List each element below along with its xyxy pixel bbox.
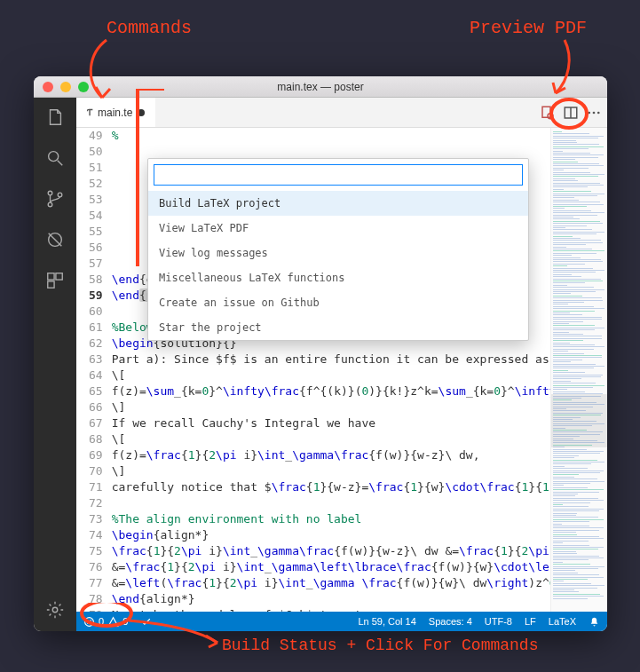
svg-point-16 bbox=[597, 111, 600, 114]
more-icon[interactable] bbox=[586, 105, 602, 121]
palette-item[interactable]: Create an issue on Github bbox=[148, 290, 528, 315]
tab-bar: Ƭ main.te bbox=[76, 98, 607, 128]
split-editor-icon[interactable] bbox=[563, 105, 579, 121]
gear-icon[interactable] bbox=[44, 599, 66, 621]
svg-rect-11 bbox=[542, 107, 550, 117]
svg-rect-7 bbox=[48, 273, 54, 280]
annotation-commands: Commands bbox=[107, 18, 192, 38]
titlebar[interactable]: main.tex — poster bbox=[34, 76, 607, 98]
window-title: main.tex — poster bbox=[34, 81, 607, 93]
search-icon[interactable] bbox=[44, 147, 66, 169]
svg-point-14 bbox=[588, 111, 590, 114]
svg-point-3 bbox=[48, 191, 52, 195]
svg-point-15 bbox=[593, 111, 596, 114]
annotation-preview: Preview PDF bbox=[470, 18, 587, 38]
palette-item[interactable]: View LaTeX PDF bbox=[148, 216, 528, 241]
extensions-icon[interactable] bbox=[44, 270, 66, 291]
status-eol[interactable]: LF bbox=[525, 616, 536, 627]
palette-item[interactable]: Star the project bbox=[148, 315, 528, 340]
git-branch-icon[interactable] bbox=[44, 188, 66, 210]
preview-pdf-icon[interactable] bbox=[540, 105, 556, 121]
status-errors: 0 bbox=[99, 616, 104, 627]
svg-rect-9 bbox=[48, 281, 54, 288]
error-icon bbox=[83, 616, 95, 628]
status-indentation[interactable]: Spaces: 4 bbox=[429, 616, 472, 627]
palette-item[interactable]: Miscellaneous LaTeX functions bbox=[148, 265, 528, 290]
warning-icon bbox=[107, 616, 119, 628]
files-icon[interactable] bbox=[44, 107, 66, 128]
checkmark-icon bbox=[140, 616, 152, 628]
svg-point-4 bbox=[48, 202, 52, 207]
minimap[interactable] bbox=[550, 128, 607, 612]
bell-icon[interactable] bbox=[589, 616, 600, 628]
status-cursor-position[interactable]: Ln 59, Col 14 bbox=[358, 616, 415, 627]
build-status-check[interactable] bbox=[140, 616, 152, 628]
bug-icon[interactable] bbox=[44, 229, 66, 250]
tab-main-tex[interactable]: Ƭ main.te bbox=[76, 98, 155, 127]
annotation-build-status: Build Status + Click For Commands bbox=[222, 636, 538, 654]
palette-item[interactable]: Build LaTeX project bbox=[148, 191, 528, 216]
editor[interactable]: 49 50 51 52 53 54 55 56 57 58 59 60 61 6… bbox=[76, 128, 550, 612]
tab-label: main.te bbox=[98, 107, 132, 119]
dirty-indicator-icon bbox=[138, 109, 145, 116]
svg-point-2 bbox=[49, 152, 59, 162]
vscode-window: main.tex — poster Ƭ main.te bbox=[34, 76, 607, 631]
svg-rect-8 bbox=[56, 273, 62, 280]
status-warnings: 0 bbox=[122, 616, 128, 627]
line-number-gutter: 49 50 51 52 53 54 55 56 57 58 59 60 61 6… bbox=[76, 128, 112, 612]
status-bar: 0 0 Ln 59, Col 14 Spaces: 4 UTF-8 LF LaT… bbox=[76, 612, 607, 631]
svg-point-10 bbox=[52, 607, 58, 613]
status-encoding[interactable]: UTF-8 bbox=[485, 616, 512, 627]
svg-point-5 bbox=[58, 193, 62, 197]
status-language[interactable]: LaTeX bbox=[549, 616, 576, 627]
activity-bar bbox=[34, 98, 76, 631]
command-palette: Build LaTeX projectView LaTeX PDFView lo… bbox=[147, 158, 529, 341]
command-palette-input[interactable] bbox=[154, 164, 523, 186]
palette-item[interactable]: View log messages bbox=[148, 241, 528, 265]
status-problems[interactable]: 0 0 bbox=[83, 616, 128, 628]
tex-file-icon: Ƭ bbox=[87, 107, 92, 117]
